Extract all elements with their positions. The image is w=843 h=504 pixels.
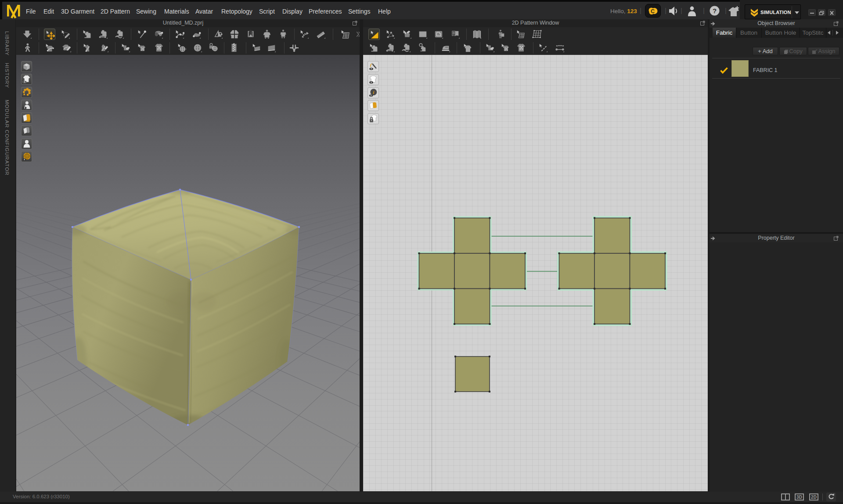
svg-text:?: ? xyxy=(713,7,717,14)
svg-text:2D: 2D xyxy=(811,495,817,500)
svg-text:3D: 3D xyxy=(796,495,802,500)
svg-text:C: C xyxy=(651,8,655,14)
